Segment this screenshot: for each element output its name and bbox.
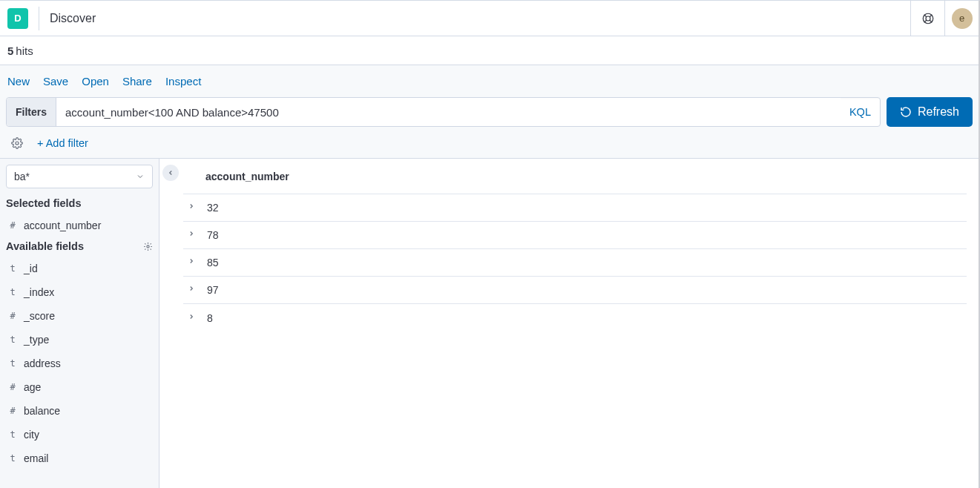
expand-row-button[interactable] (188, 313, 198, 323)
field-name: age (24, 381, 41, 393)
help-button[interactable] (910, 1, 944, 36)
table-row[interactable]: 78 (183, 222, 967, 249)
field-name: email (24, 452, 48, 464)
expand-row-button[interactable] (188, 285, 198, 295)
svg-point-7 (146, 245, 148, 247)
index-pattern-value: ba* (14, 171, 30, 182)
available-field-item[interactable]: tcity (0, 423, 159, 446)
query-input[interactable] (56, 98, 841, 126)
avatar: e (952, 8, 973, 29)
cell-value: 85 (207, 257, 219, 268)
expand-row-button[interactable] (188, 202, 198, 213)
user-menu[interactable]: e (944, 1, 979, 36)
field-type-icon: t (7, 453, 18, 464)
chevron-right-icon (188, 285, 195, 292)
refresh-label: Refresh (918, 105, 959, 119)
kql-button[interactable]: KQL (841, 98, 880, 126)
available-field-item[interactable]: t_type (0, 328, 159, 352)
field-name: balance (24, 405, 60, 417)
column-header-row: account_number (183, 159, 967, 194)
hits-count: 5 (7, 44, 13, 57)
menu-share[interactable]: Share (122, 75, 152, 88)
field-type-icon: t (7, 429, 18, 440)
filter-settings-button[interactable] (9, 135, 25, 151)
table-row[interactable]: 97 (183, 277, 967, 304)
field-name: account_number (24, 220, 101, 231)
cell-value: 8 (207, 312, 213, 324)
index-pattern-select[interactable]: ba* (6, 165, 153, 188)
field-name: _id (24, 263, 38, 274)
filters-label[interactable]: Filters (7, 98, 56, 126)
cell-value: 78 (207, 229, 219, 241)
available-field-item[interactable]: t_index (0, 280, 159, 304)
svg-line-5 (930, 20, 932, 22)
refresh-icon (900, 106, 912, 118)
field-type-icon: # (7, 220, 18, 231)
results-panel: account_number 327885978 (179, 159, 979, 488)
selected-fields-header: Selected fields (0, 194, 159, 214)
hits-label: hits (16, 44, 33, 57)
available-field-item[interactable]: #_score (0, 304, 159, 328)
add-filter-button[interactable]: + Add filter (37, 137, 88, 149)
svg-line-3 (930, 14, 932, 16)
divider (39, 7, 39, 30)
expand-row-button[interactable] (188, 230, 198, 240)
cell-value: 32 (207, 202, 219, 214)
chevron-down-icon (136, 172, 145, 181)
field-name: city (24, 429, 39, 441)
field-name: address (24, 357, 61, 369)
table-row[interactable]: 85 (183, 249, 967, 277)
selected-fields-label: Selected fields (6, 197, 82, 209)
table-row[interactable]: 32 (183, 194, 967, 222)
header-bar: D Discover e (0, 1, 979, 36)
filter-bar: + Add filter (0, 128, 979, 159)
refresh-button[interactable]: Refresh (887, 97, 973, 127)
available-field-item[interactable]: temail (0, 446, 159, 470)
chevron-right-icon (188, 202, 195, 210)
field-name: _index (24, 286, 54, 298)
cell-value: 97 (207, 284, 219, 296)
selected-field-item[interactable]: #account_number (0, 214, 159, 237)
chevron-right-icon (188, 257, 195, 265)
fields-settings-button[interactable] (142, 241, 153, 251)
available-field-item[interactable]: #balance (0, 399, 159, 423)
expand-row-button[interactable] (188, 257, 198, 268)
gear-icon (143, 242, 153, 251)
available-field-item[interactable]: t_id (0, 257, 159, 280)
menu-new[interactable]: New (7, 75, 30, 88)
field-type-icon: t (7, 287, 18, 297)
field-name: _type (24, 334, 49, 346)
field-type-icon: t (7, 263, 18, 274)
field-name: _score (24, 310, 55, 322)
svg-line-2 (924, 14, 926, 16)
menu-open[interactable]: Open (82, 75, 109, 88)
chevron-right-icon (188, 313, 195, 320)
svg-point-1 (926, 16, 930, 21)
table-row[interactable]: 8 (183, 304, 967, 332)
collapse-sidebar-button[interactable] (162, 165, 179, 181)
svg-line-4 (924, 20, 926, 22)
available-fields-header: Available fields (0, 237, 159, 257)
column-header[interactable]: account_number (205, 171, 289, 182)
menu-save[interactable]: Save (43, 75, 68, 88)
chevron-left-icon (167, 169, 174, 177)
chevron-right-icon (188, 230, 195, 237)
app-logo[interactable]: D (7, 8, 28, 29)
svg-point-6 (16, 142, 19, 145)
field-type-icon: t (7, 358, 18, 369)
field-type-icon: # (7, 311, 18, 321)
menu-inspect[interactable]: Inspect (165, 75, 201, 88)
hits-bar: 5 hits (0, 36, 979, 65)
lifering-icon (921, 12, 935, 25)
field-type-icon: # (7, 382, 18, 392)
available-field-item[interactable]: #age (0, 375, 159, 399)
query-bar: Filters KQL Refresh (0, 96, 979, 128)
gear-icon (11, 137, 23, 149)
fields-sidebar: ba* Selected fields #account_number Avai… (0, 159, 160, 488)
page-title: Discover (50, 12, 910, 25)
available-field-item[interactable]: taddress (0, 352, 159, 375)
field-type-icon: # (7, 406, 18, 416)
available-fields-label: Available fields (6, 240, 84, 252)
top-menu: New Save Open Share Inspect (0, 65, 979, 96)
field-type-icon: t (7, 334, 18, 345)
